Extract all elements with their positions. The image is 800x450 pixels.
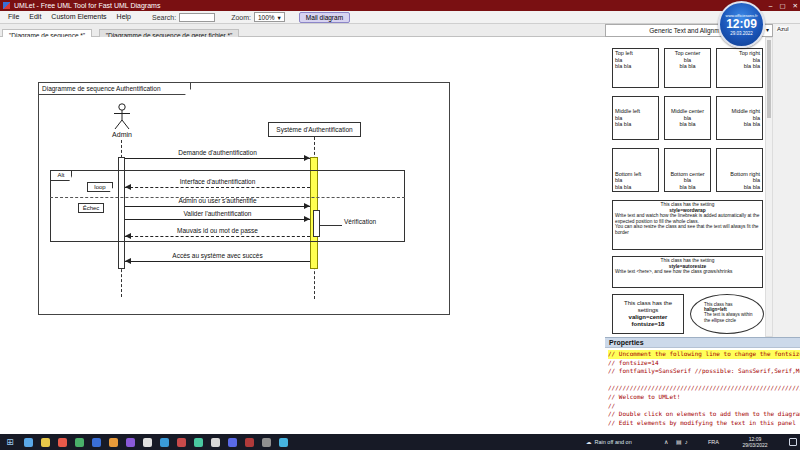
palette-cell-text: bla bla xyxy=(615,63,656,70)
properties-editor[interactable]: // Uncomment the following line to chang… xyxy=(605,348,800,434)
properties-line: // Welcome to UMLet! xyxy=(608,393,800,402)
taskbar-app-icon[interactable] xyxy=(211,438,220,447)
message-label: Demande d'authentification xyxy=(125,149,310,157)
taskbar-app-icon[interactable] xyxy=(58,438,67,447)
maximize-button[interactable]: ▢ xyxy=(779,0,785,11)
taskbar-app-icon[interactable] xyxy=(24,438,33,447)
palette-element-top-left[interactable]: Top left bla bla bla xyxy=(612,48,659,88)
taskbar-app-icon[interactable] xyxy=(177,438,186,447)
palette-cell-text: bla bla xyxy=(615,184,656,191)
arrowhead-right-icon xyxy=(304,203,310,209)
properties-line xyxy=(608,376,800,385)
verification-label[interactable]: Vérification xyxy=(344,218,376,225)
message-demande-authentification[interactable]: Demande d'authentification xyxy=(125,149,310,162)
frame-title: Diagramme de sequence Authentification xyxy=(39,83,191,95)
taskbar-app-icon[interactable] xyxy=(160,438,169,447)
palette-element-bottom-center[interactable]: Bottom center bla bla bla xyxy=(664,148,711,192)
menu-edit[interactable]: Edit xyxy=(24,11,46,23)
message-admin-authentifie[interactable]: Admin ou user s'authentifie xyxy=(125,197,310,210)
palette-element-middle-center[interactable]: Middle center bla bla bla xyxy=(664,96,711,140)
taskbar-app-icon[interactable] xyxy=(92,438,101,447)
verification-activation-bar[interactable] xyxy=(313,210,320,237)
taskbar-clock[interactable]: 12:09 29/03/2022 xyxy=(731,436,779,448)
palette-selector-label: Generic Text and Alignment xyxy=(649,27,728,34)
volume-icon[interactable]: ♪ xyxy=(685,439,691,445)
palette-cell-setting: fontsize=18 xyxy=(615,321,681,328)
message-acces-succes[interactable]: Accès au système avec succès xyxy=(125,252,310,265)
palette-element-middle-left[interactable]: Middle left bla bla bla xyxy=(612,96,659,140)
search-input[interactable] xyxy=(179,13,215,22)
actor-icon[interactable] xyxy=(112,103,132,130)
palette-element-ellipse[interactable]: This class has halign=left The text is a… xyxy=(690,294,764,334)
palette-element-top-center[interactable]: Top center bla bla bla xyxy=(664,48,711,88)
taskbar-app-icon[interactable] xyxy=(109,438,118,447)
palette-element-wordwrap[interactable]: This class has the setting style=wordwra… xyxy=(612,200,763,250)
weather-label: Rain off and on xyxy=(595,439,632,445)
taskbar-app-icon[interactable] xyxy=(194,438,203,447)
menu-file[interactable]: File xyxy=(3,11,24,23)
message-label: Valider l'authentification xyxy=(125,210,310,218)
echec-label-box[interactable]: Échec xyxy=(78,203,104,213)
umlet-app-icon xyxy=(3,2,10,9)
taskbar-app-icon[interactable] xyxy=(75,438,84,447)
palette-cell-setting: valign=center xyxy=(615,314,681,321)
palette-cell-text: Write text <here>, and see how the class… xyxy=(615,269,760,275)
tray-chevron-up-icon[interactable]: ∧ xyxy=(664,434,668,450)
palette-cell-text: bla bla xyxy=(719,184,760,191)
mail-diagram-button[interactable]: Mail diagram xyxy=(299,12,350,23)
menu-help[interactable]: Help xyxy=(112,11,136,23)
close-button[interactable]: ✕ xyxy=(793,0,798,11)
taskbar-app-icon[interactable] xyxy=(126,438,135,447)
palette-element-bottom-left[interactable]: Bottom left bla bla bla xyxy=(612,148,659,192)
message-interface-authentification[interactable]: Interface d'authentification xyxy=(125,178,310,191)
palette-element-valign-center[interactable]: This class has the settings valign=cente… xyxy=(612,294,684,334)
zoom-label: Zoom: xyxy=(231,14,251,21)
taskbar-app-icon[interactable] xyxy=(262,438,271,447)
palette-cell-text: bla bla xyxy=(719,63,760,70)
menu-custom-elements[interactable]: Custom Elements xyxy=(46,11,111,23)
frame-title-text: Diagramme de sequence Authentification xyxy=(42,85,161,92)
notification-center-icon[interactable] xyxy=(789,438,797,446)
taskbar-app-icon[interactable] xyxy=(228,438,237,447)
verification-leader-line xyxy=(320,225,342,226)
message-valider-authentification[interactable]: Valider l'authentification xyxy=(125,210,310,223)
desktop-label: Azul xyxy=(776,26,790,32)
palette-element-autoresize[interactable]: This class has the setting style=autores… xyxy=(612,256,763,288)
taskbar-weather[interactable]: ☁ Rain off and on xyxy=(586,434,632,450)
start-button[interactable]: ⊞ xyxy=(0,434,20,450)
clock-time: 12:09 xyxy=(726,18,757,31)
properties-line: // fontfamily=SansSerif //possible: Sans… xyxy=(608,367,800,376)
taskbar-app-icon[interactable] xyxy=(143,438,152,447)
taskbar-app-icon[interactable] xyxy=(279,438,288,447)
taskbar-app-icon[interactable] xyxy=(245,438,254,447)
window-title: UMLet - Free UML Tool for Fast UML Diagr… xyxy=(14,0,160,11)
palette-scrollbar[interactable] xyxy=(765,37,773,337)
scrollbar-thumb[interactable] xyxy=(767,40,771,118)
actor-label: Admin xyxy=(102,131,142,138)
palette-cell-text: bla bla xyxy=(667,184,708,191)
language-indicator[interactable]: FRA xyxy=(708,434,719,450)
umlet-window: UMLet - Free UML Tool for Fast UML Diagr… xyxy=(0,0,800,450)
taskbar: ⊞ ☁ Rain off and on ∧ ▤♪ FRA 12:09 29/03… xyxy=(0,434,800,450)
zoom-dropdown[interactable]: 100% ▾ xyxy=(254,12,285,22)
palette-element-top-right[interactable]: Top right bla bla bla xyxy=(716,48,763,88)
properties-header: Properties xyxy=(605,337,800,348)
diagram-canvas[interactable]: Diagramme de sequence Authentification A… xyxy=(0,37,605,434)
minimize-button[interactable]: – xyxy=(769,0,773,11)
clock-date: 29.03.2022 xyxy=(730,31,753,37)
palette-canvas[interactable]: Top left bla bla bla Top center bla bla … xyxy=(605,37,765,337)
system-object-box[interactable]: Système d'Authentification xyxy=(268,122,361,137)
arrowhead-right-icon xyxy=(304,216,310,222)
palette-cell-text: The text is always within the ellipse ci… xyxy=(704,312,757,322)
palette-element-middle-right[interactable]: Middle right bla bla bla xyxy=(716,96,763,140)
message-mauvais-id[interactable]: Mauvais id ou mot de passe xyxy=(125,227,310,240)
message-label: Interface d'authentification xyxy=(125,178,310,186)
loop-fragment-label[interactable]: loop xyxy=(87,182,113,192)
properties-line: // xyxy=(608,402,800,411)
clock-widget[interactable]: www.officiesons.fr 12:09 29.03.2022 xyxy=(718,1,765,48)
palette-element-bottom-right[interactable]: Bottom right bla bla bla xyxy=(716,148,763,192)
taskbar-app-icon[interactable] xyxy=(41,438,50,447)
tray-icons[interactable]: ▤♪ xyxy=(676,434,691,450)
palette-cell-text: bla bla xyxy=(615,121,656,128)
network-icon[interactable]: ▤ xyxy=(676,439,685,445)
